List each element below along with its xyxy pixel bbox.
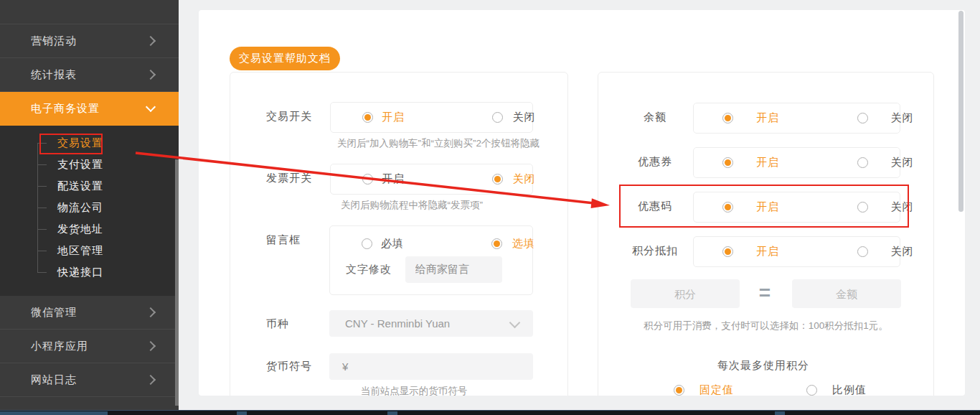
sidebar-item-marketing[interactable]: 营销活动: [0, 24, 179, 58]
radio-option-label[interactable]: 关闭: [891, 156, 914, 169]
radio-option-label[interactable]: 开启: [756, 245, 779, 258]
chevron-right-icon: [146, 375, 156, 385]
radio-option-label[interactable]: 必填: [381, 237, 404, 251]
coupon-on-option[interactable]: 开启: [694, 156, 826, 169]
text-edit-label: 文字修改: [346, 262, 392, 276]
message-box-group: 必填 选填 文字修改: [329, 225, 533, 295]
fixed-value-option[interactable]: 固定值: [674, 383, 734, 396]
radio-option-label[interactable]: 固定值: [699, 383, 734, 396]
message-optional-option[interactable]: 选填: [463, 237, 535, 251]
points-deduction-off-option[interactable]: 关闭: [826, 245, 914, 258]
taskbar-segment: [0, 411, 108, 415]
radio-unselected-icon[interactable]: [362, 174, 373, 185]
sidebar-scrollbar-thumb[interactable]: [175, 159, 179, 406]
radio-selected-icon[interactable]: [362, 112, 373, 123]
radio-option-label[interactable]: 开启: [382, 172, 405, 186]
submenu-item-logistics-company[interactable]: 物流公司: [0, 197, 179, 218]
invoice-switch-group: 开启 关闭: [330, 164, 533, 195]
radio-unselected-icon[interactable]: [857, 157, 868, 168]
sidebar-item-site-logs[interactable]: 网站日志: [0, 363, 179, 397]
radio-option-label[interactable]: 关闭: [891, 245, 914, 258]
trade-switch-off-option[interactable]: 关闭: [463, 111, 536, 124]
chevron-down-icon: [509, 317, 521, 329]
invoice-switch-off-option[interactable]: 关闭: [463, 172, 536, 186]
chevron-right-icon: [146, 36, 156, 46]
annotation-box-trade-settings: [39, 134, 103, 154]
coupon-label: 优惠券: [613, 154, 697, 169]
ratio-value-option[interactable]: 比例值: [806, 383, 867, 396]
trade-switch-label: 交易开关: [266, 109, 312, 123]
coupon-off-option[interactable]: 关闭: [826, 156, 914, 169]
invoice-switch-label: 发票开关: [266, 171, 312, 185]
balance-off-option[interactable]: 关闭: [826, 111, 914, 125]
points-deduction-on-option[interactable]: 开启: [694, 245, 826, 258]
radio-selected-icon[interactable]: [491, 238, 502, 249]
help-doc-button[interactable]: 交易设置帮助文档: [230, 47, 340, 70]
chevron-right-icon: [146, 307, 156, 317]
submenu-item-payment-settings[interactable]: 支付设置: [0, 154, 179, 175]
taskbar-edge: [0, 410, 980, 415]
panel-scrollbar-thumb[interactable]: [958, 11, 963, 212]
submenu-item-express-api[interactable]: 快递接口: [0, 261, 179, 283]
radio-selected-icon[interactable]: [722, 157, 733, 168]
equals-symbol: =: [752, 279, 778, 308]
radio-option-label[interactable]: 开启: [756, 111, 779, 125]
radio-unselected-icon[interactable]: [857, 113, 868, 123]
sidebar-item-wechat[interactable]: 微信管理: [0, 296, 179, 330]
sidebar-item-label: 网站日志: [31, 373, 77, 387]
radio-selected-icon[interactable]: [492, 174, 503, 185]
message-box-label: 留言框: [266, 233, 301, 247]
sidebar-item-label: 电子商务设置: [31, 102, 100, 116]
app-window: 营销活动 统计报表 电子商务设置 交易设置 支付设置 配送设置 物流公司 发货地…: [0, 0, 980, 415]
balance-label: 余额: [613, 110, 697, 124]
amount-input[interactable]: [792, 279, 901, 308]
points-rate-helper: 积分可用于消费，支付时可以选择如：100积分抵扣1元。: [606, 320, 926, 332]
radio-option-label[interactable]: 比例值: [832, 383, 867, 396]
sidebar: 营销活动 统计报表 电子商务设置 交易设置 支付设置 配送设置 物流公司 发货地…: [0, 0, 179, 410]
radio-option-label[interactable]: 开启: [382, 111, 405, 124]
radio-selected-icon[interactable]: [722, 113, 733, 123]
invoice-switch-helper: 关闭后购物流程中将隐藏“发票项”: [311, 199, 512, 212]
points-deduction-group: 开启 关闭: [693, 236, 900, 267]
taskbar-segment: [775, 411, 785, 415]
currency-symbol-input[interactable]: [329, 353, 533, 380]
radio-selected-icon[interactable]: [722, 246, 733, 257]
radio-unselected-icon[interactable]: [806, 385, 817, 396]
radio-selected-icon[interactable]: [674, 385, 684, 396]
currency-symbol-label: 货币符号: [266, 359, 312, 373]
currency-symbol-helper: 当前站点显示的货币符号: [314, 385, 514, 396]
max-points-title: 每次最多使用积分: [598, 358, 928, 373]
submenu-item-region-management[interactable]: 地区管理: [0, 240, 179, 261]
trade-switch-group: 开启 关闭: [330, 102, 533, 133]
radio-option-label[interactable]: 关闭: [513, 111, 536, 124]
chevron-down-icon: [146, 102, 156, 112]
coupon-group: 开启 关闭: [693, 147, 900, 178]
taskbar-segment: [237, 411, 247, 415]
submenu-item-delivery-settings[interactable]: 配送设置: [0, 175, 179, 197]
discount-settings-card: 余额 开启 关闭 优惠券 开启: [598, 72, 934, 396]
trade-switch-on-option[interactable]: 开启: [331, 111, 463, 124]
radio-option-label[interactable]: 选填: [512, 237, 535, 251]
trade-switch-helper: 关闭后“加入购物车”和“立刻购买”2个按钮将隐藏: [316, 137, 560, 150]
points-input[interactable]: [631, 279, 740, 308]
balance-group: 开启 关闭: [693, 103, 900, 134]
message-required-option[interactable]: 必填: [330, 237, 463, 251]
radio-option-label[interactable]: 关闭: [891, 111, 914, 125]
sidebar-item-reports[interactable]: 统计报表: [0, 58, 179, 92]
radio-option-label[interactable]: 关闭: [513, 172, 536, 186]
radio-unselected-icon[interactable]: [857, 246, 868, 257]
radio-option-label[interactable]: 开启: [756, 156, 779, 169]
message-text-input[interactable]: [405, 256, 502, 283]
balance-on-option[interactable]: 开启: [694, 111, 826, 125]
taskbar-segment: [387, 411, 397, 415]
sidebar-item-label: 微信管理: [31, 306, 77, 320]
sidebar-item-ecommerce-settings[interactable]: 电子商务设置: [0, 92, 179, 126]
invoice-switch-on-option[interactable]: 开启: [331, 172, 463, 186]
currency-select[interactable]: CNY - Renminbi Yuan: [329, 310, 533, 337]
points-deduction-label: 积分抵扣: [613, 243, 697, 258]
sidebar-item-miniprogram[interactable]: 小程序应用: [0, 330, 179, 363]
submenu-item-shipping-address[interactable]: 发货地址: [0, 218, 179, 240]
radio-unselected-icon[interactable]: [492, 112, 503, 123]
sidebar-item-label: 小程序应用: [31, 340, 88, 353]
radio-unselected-icon[interactable]: [362, 238, 372, 249]
